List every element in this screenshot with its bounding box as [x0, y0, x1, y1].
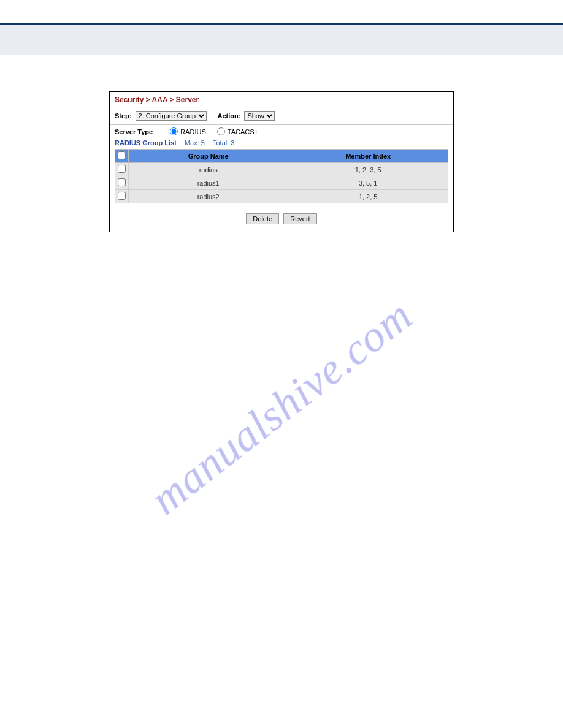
row-checkbox[interactable] [118, 178, 126, 186]
action-label: Action: [218, 112, 241, 119]
row-checkbox[interactable] [118, 165, 126, 173]
col-group-name: Group Name [129, 150, 288, 163]
select-all-cell [115, 150, 129, 163]
list-max: Max: 5 [178, 139, 205, 146]
list-total: Total: 3 [207, 139, 234, 146]
config-panel: Security > AAA > Server Step: 2. Configu… [109, 91, 454, 232]
step-label: Step: [115, 112, 132, 119]
list-header: RADIUS Group List Max: 5 Total: 3 [110, 139, 453, 149]
select-all-checkbox[interactable] [118, 151, 126, 159]
breadcrumb: Security > AAA > Server [110, 92, 453, 107]
radio-radius-text: RADIUS [180, 128, 206, 135]
server-type-row: Server Type RADIUS TACACS+ [110, 125, 453, 139]
cell-member-index: 1, 2, 3, 5 [288, 163, 448, 176]
page-sub-band [0, 25, 563, 55]
table-row: radius1 3, 5, 1 [115, 176, 448, 190]
row-checkbox[interactable] [118, 192, 126, 200]
table-header-row: Group Name Member Index [115, 150, 448, 163]
revert-button[interactable]: Revert [283, 213, 316, 224]
cell-member-index: 1, 2, 5 [288, 190, 448, 203]
table-row: radius 1, 2, 3, 5 [115, 163, 448, 176]
radio-radius-input[interactable] [170, 127, 178, 135]
cell-member-index: 3, 5, 1 [288, 176, 448, 190]
action-select[interactable]: Show [244, 111, 275, 121]
page-top-band [0, 0, 563, 25]
group-table: Group Name Member Index radius 1, 2, 3, … [115, 149, 448, 203]
col-member-index: Member Index [288, 150, 448, 163]
button-row: Delete Revert [110, 210, 453, 232]
radio-tacacs-text: TACACS+ [228, 128, 258, 135]
delete-button[interactable]: Delete [246, 213, 279, 224]
server-type-label: Server Type [115, 128, 159, 135]
step-action-row: Step: 2. Configure Group Action: Show [110, 107, 453, 124]
cell-group-name: radius2 [129, 190, 288, 203]
radio-radius[interactable]: RADIUS [170, 127, 206, 135]
list-name: RADIUS Group List [115, 139, 177, 146]
radio-tacacs-input[interactable] [217, 127, 225, 135]
table-row: radius2 1, 2, 5 [115, 190, 448, 203]
radio-tacacs[interactable]: TACACS+ [217, 127, 258, 135]
cell-group-name: radius [129, 163, 288, 176]
cell-group-name: radius1 [129, 176, 288, 190]
step-select[interactable]: 2. Configure Group [136, 111, 207, 121]
